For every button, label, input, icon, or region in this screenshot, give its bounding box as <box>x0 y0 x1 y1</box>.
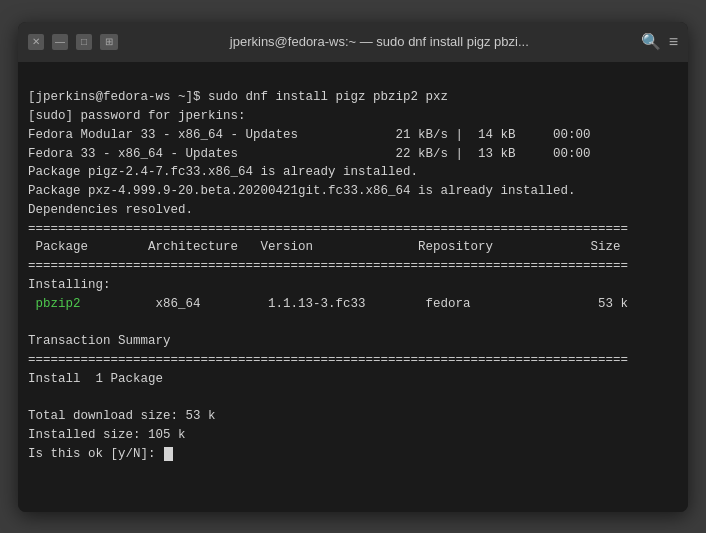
maximize-button[interactable]: □ <box>76 34 92 50</box>
prompt-line[interactable]: Is this ok [y/N]: <box>28 447 173 461</box>
menu-icon[interactable]: ≡ <box>669 33 678 51</box>
titlebar: ✕ — □ ⊞ jperkins@fedora-ws:~ — sudo dnf … <box>18 22 688 62</box>
separator-1: ========================================… <box>28 222 628 236</box>
titlebar-actions: 🔍 ≡ <box>641 32 678 51</box>
installing-label: Installing: <box>28 278 111 292</box>
cursor-blink <box>164 447 173 461</box>
new-tab-button[interactable]: ⊞ <box>100 34 118 50</box>
install-count: Install 1 Package <box>28 372 163 386</box>
search-icon[interactable]: 🔍 <box>641 32 661 51</box>
download-size: Total download size: 53 k <box>28 409 216 423</box>
sudo-prompt: [sudo] password for jperkins: <box>28 109 246 123</box>
minimize-button[interactable]: — <box>52 34 68 50</box>
pigz-installed: Package pigz-2.4-7.fc33.x86_64 is alread… <box>28 165 418 179</box>
pxz-installed: Package pxz-4.999.9-20.beta.20200421git.… <box>28 184 576 198</box>
close-button[interactable]: ✕ <box>28 34 44 50</box>
pbzip2-row: pbzip2 x86_64 1.1.13-3.fc33 fedora 53 k <box>28 297 628 311</box>
repo-line-2: Fedora 33 - x86_64 - Updates 22 kB/s | 1… <box>28 147 591 161</box>
window-title: jperkins@fedora-ws:~ — sudo dnf install … <box>118 34 641 49</box>
deps-resolved: Dependencies resolved. <box>28 203 193 217</box>
repo-line-1: Fedora Modular 33 - x86_64 - Updates 21 … <box>28 128 591 142</box>
terminal-window: ✕ — □ ⊞ jperkins@fedora-ws:~ — sudo dnf … <box>18 22 688 512</box>
command-line: [jperkins@fedora-ws ~]$ sudo dnf install… <box>28 90 448 104</box>
pbzip2-name: pbzip2 <box>36 297 81 311</box>
installed-size: Installed size: 105 k <box>28 428 186 442</box>
window-controls: ✕ — □ ⊞ <box>28 34 118 50</box>
table-header: Package Architecture Version Repository … <box>28 240 621 254</box>
transaction-summary-label: Transaction Summary <box>28 334 171 348</box>
terminal-output[interactable]: [jperkins@fedora-ws ~]$ sudo dnf install… <box>18 62 688 512</box>
separator-2: ========================================… <box>28 259 628 273</box>
separator-3: ========================================… <box>28 353 628 367</box>
